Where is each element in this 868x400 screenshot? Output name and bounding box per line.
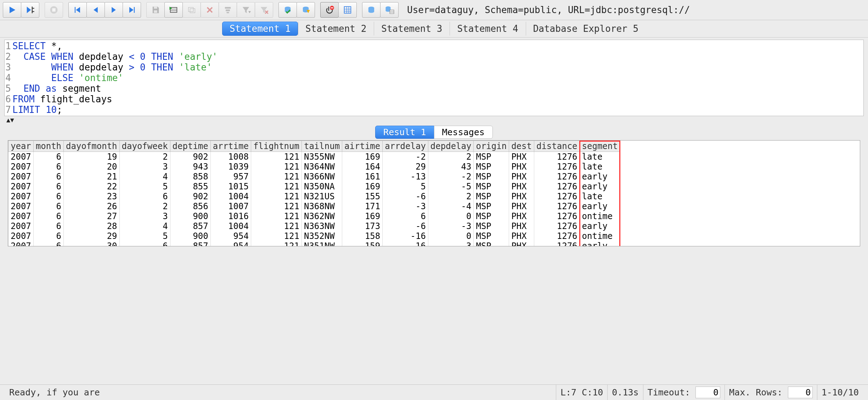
svg-rect-4 <box>52 8 55 11</box>
splitter-handle[interactable]: ▲▼ <box>0 116 868 124</box>
tab-result[interactable]: Result 1 <box>375 126 434 139</box>
stop-button[interactable] <box>45 2 63 18</box>
result-grid[interactable]: yearmonthdayofmonthdayofweekdeptimearrti… <box>8 140 860 246</box>
statement-tabs: Statement 1Statement 2Statement 3Stateme… <box>0 20 868 38</box>
svg-rect-2 <box>32 7 33 13</box>
table-row[interactable]: 200761929021008121N355NW169-22MSPPHX1276… <box>9 152 620 162</box>
filter-sort-button[interactable] <box>219 2 237 18</box>
svg-rect-22 <box>226 10 230 11</box>
tab-statement-3[interactable]: Statement 3 <box>374 22 450 36</box>
tab-statement-1[interactable]: Statement 1 <box>222 22 298 36</box>
prev-record-button[interactable] <box>86 2 105 18</box>
svg-rect-42 <box>390 10 394 14</box>
next-record-button[interactable] <box>105 2 123 18</box>
column-header-arrdelay[interactable]: arrdelay <box>383 141 428 152</box>
column-header-origin[interactable]: origin <box>474 141 509 152</box>
maxrows-cell: Max. Rows: <box>725 385 817 400</box>
maxrows-label: Max. Rows: <box>729 387 783 398</box>
svg-marker-9 <box>129 7 134 13</box>
cursor-position: L:7 C:10 <box>556 385 607 400</box>
timeout-cell: Timeout: <box>643 385 725 400</box>
table-row[interactable]: 20076214858957121N366NW161-13-2MSPPHX127… <box>9 172 620 182</box>
svg-marker-24 <box>243 7 249 13</box>
timeout-input[interactable] <box>695 387 720 398</box>
row-range: 1-10/10 <box>817 385 863 400</box>
toolbar: User=dataguy, Schema=public, URL=jdbc:po… <box>0 0 868 20</box>
first-record-button[interactable] <box>68 2 87 18</box>
tab-statement-4[interactable]: Statement 4 <box>450 22 525 36</box>
query-time: 0.13s <box>607 385 643 400</box>
sql-editor[interactable]: 1SELECT *,2 CASE WHEN depdelay < 0 THEN … <box>4 40 864 116</box>
line-number: 2 <box>5 51 12 62</box>
column-header-dayofmonth[interactable]: dayofmonth <box>64 141 120 152</box>
tab-messages[interactable]: Messages <box>434 126 493 139</box>
svg-marker-0 <box>10 7 15 13</box>
table-row[interactable]: 200762628561007121N368NW171-3-4MSPPHX127… <box>9 201 620 211</box>
column-header-segment[interactable]: segment <box>580 141 620 152</box>
svg-marker-1 <box>27 7 31 13</box>
table-row[interactable]: 200762739001016121N362NW16960MSPPHX1276o… <box>9 211 620 221</box>
svg-rect-23 <box>227 12 229 13</box>
result-tabs: Result 1Messages <box>0 124 868 140</box>
timeout-label: Timeout: <box>648 387 690 398</box>
save-button[interactable] <box>146 2 165 18</box>
svg-rect-5 <box>75 7 75 13</box>
svg-marker-25 <box>248 11 251 13</box>
svg-rect-10 <box>134 7 135 13</box>
column-header-dayofweek[interactable]: dayofweek <box>119 141 170 152</box>
table-row[interactable]: 20076306857954121N351NW159-16-3MSPPHX127… <box>9 241 620 246</box>
line-number: 5 <box>5 83 12 94</box>
table-row[interactable]: 200762369021004121N321US155-62MSPPHX1276… <box>9 192 620 201</box>
svg-rect-21 <box>225 7 231 9</box>
column-header-dest[interactable]: dest <box>509 141 534 152</box>
column-header-arrtime[interactable]: arrtime <box>210 141 251 152</box>
svg-marker-8 <box>112 7 116 13</box>
svg-rect-11 <box>154 7 157 9</box>
table-row[interactable]: 200762848571004121N363NW173-6-3MSPPHX127… <box>9 221 620 231</box>
db-browser-button[interactable] <box>362 2 381 18</box>
svg-marker-16 <box>169 7 172 10</box>
disconnect-button[interactable] <box>320 2 339 18</box>
svg-rect-12 <box>154 10 157 13</box>
line-number: 3 <box>5 62 12 73</box>
column-header-distance[interactable]: distance <box>534 141 580 152</box>
column-header-tailnum[interactable]: tailnum <box>301 141 342 152</box>
svg-rect-34 <box>331 7 333 8</box>
svg-marker-7 <box>94 7 98 13</box>
line-number: 7 <box>5 104 12 115</box>
line-number: 1 <box>5 41 12 51</box>
column-header-airtime[interactable]: airtime <box>342 141 383 152</box>
svg-rect-18 <box>190 9 195 13</box>
tab-statement-2[interactable]: Statement 2 <box>298 22 374 36</box>
commit-button[interactable] <box>278 2 297 18</box>
line-number: 4 <box>5 73 12 83</box>
connection-status: User=dataguy, Schema=public, URL=jdbc:po… <box>407 5 690 15</box>
maxrows-input[interactable] <box>788 387 813 398</box>
clear-filter-button[interactable] <box>255 2 273 18</box>
last-record-button[interactable] <box>123 2 141 18</box>
status-message: Ready, if you are <box>5 385 556 400</box>
table-row[interactable]: 20076295900954121N352NW158-160MSPPHX1276… <box>9 231 620 241</box>
filter-dropdown-button[interactable] <box>237 2 255 18</box>
insert-row-button[interactable] <box>164 2 183 18</box>
db-schema-button[interactable] <box>380 2 399 18</box>
run-button[interactable] <box>3 2 21 18</box>
duplicate-row-button[interactable] <box>182 2 201 18</box>
line-number: 6 <box>5 94 12 104</box>
column-header-flightnum[interactable]: flightnum <box>251 141 301 152</box>
svg-rect-17 <box>188 7 193 12</box>
tab-statement-5[interactable]: Database Explorer 5 <box>526 22 646 36</box>
delete-row-button[interactable] <box>201 2 219 18</box>
svg-marker-6 <box>76 7 80 13</box>
show-grid-button[interactable] <box>338 2 357 18</box>
column-header-deptime[interactable]: deptime <box>170 141 210 152</box>
column-header-month[interactable]: month <box>33 141 63 152</box>
table-row[interactable]: 200762039431039121N364NW1642943MSPPHX127… <box>9 162 620 172</box>
status-bar: Ready, if you are L:7 C:10 0.13s Timeout… <box>0 384 868 400</box>
table-row[interactable]: 200762258551015121N350NA1695-5MSPPHX1276… <box>9 182 620 192</box>
run-to-cursor-button[interactable] <box>21 2 39 18</box>
rollback-button[interactable] <box>297 2 315 18</box>
column-header-year[interactable]: year <box>9 141 34 152</box>
column-header-depdelay[interactable]: depdelay <box>428 141 474 152</box>
svg-rect-35 <box>344 7 351 13</box>
